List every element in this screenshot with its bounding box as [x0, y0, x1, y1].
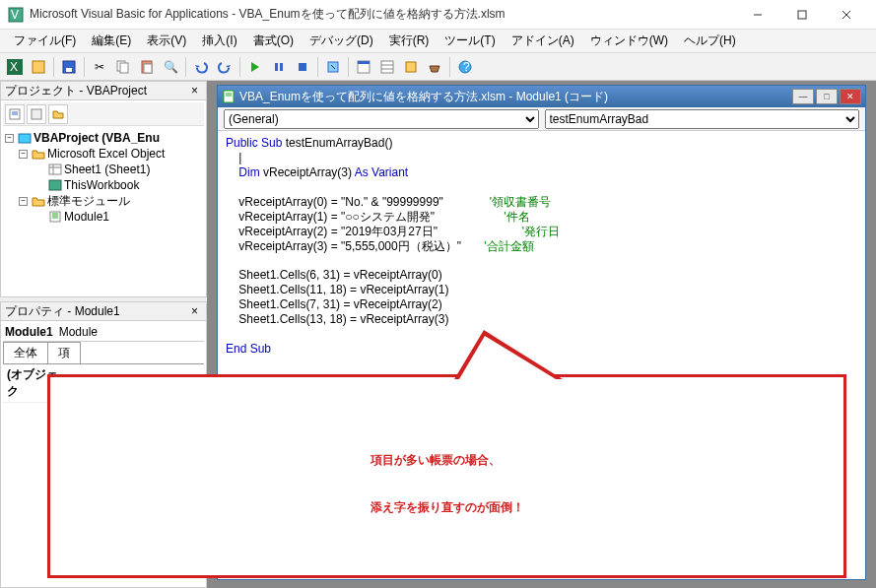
properties-icon[interactable] — [376, 56, 398, 78]
properties-object-type: Module — [59, 325, 98, 339]
module-icon — [222, 90, 236, 103]
cut-icon[interactable]: ✂ — [89, 56, 110, 78]
code-close-button[interactable]: ✕ — [840, 89, 861, 104]
minimize-button[interactable] — [735, 0, 779, 29]
app-icon: V — [8, 7, 24, 23]
project-tree[interactable]: −VBAProject (VBA_Enu −Microsoft Excel Ob… — [3, 126, 204, 229]
tree-excel-objects[interactable]: Microsoft Excel Object — [47, 147, 165, 161]
tree-thisworkbook[interactable]: ThisWorkbook — [64, 178, 139, 192]
svg-rect-12 — [120, 63, 128, 73]
copy-icon[interactable] — [112, 56, 134, 78]
find-icon[interactable]: 🔍 — [160, 56, 181, 78]
properties-panel-header: プロパティ - Module1 × — [0, 301, 207, 321]
project-toolbar — [3, 102, 204, 126]
procedure-dropdown[interactable]: testEnumArrayBad — [545, 109, 860, 129]
object-browser-icon[interactable] — [400, 56, 422, 78]
project-panel-title: プロジェクト - VBAProject — [5, 83, 147, 99]
svg-rect-32 — [49, 164, 61, 174]
run-icon[interactable] — [244, 56, 266, 78]
svg-rect-8 — [33, 61, 44, 73]
menu-edit[interactable]: 編集(E) — [84, 31, 139, 51]
properties-panel-close-icon[interactable]: × — [187, 304, 202, 318]
properties-object-name: Module1 — [5, 325, 53, 339]
svg-rect-21 — [381, 61, 393, 73]
menu-window[interactable]: ウィンドウ(W) — [582, 31, 676, 51]
project-panel-header: プロジェクト - VBAProject × — [0, 81, 207, 100]
tree-root[interactable]: VBAProject (VBA_Enu — [34, 131, 160, 145]
svg-rect-30 — [32, 109, 41, 119]
menu-debug[interactable]: デバッグ(D) — [302, 31, 381, 51]
annotation-text: 項目が多い帳票の場合、 添え字を振り直すのが面倒！ — [371, 429, 524, 523]
reset-icon[interactable] — [292, 56, 313, 78]
svg-text:V: V — [11, 8, 19, 22]
help-icon[interactable]: ? — [454, 56, 476, 78]
insert-module-icon[interactable] — [28, 56, 49, 78]
svg-text:?: ? — [463, 60, 470, 74]
design-mode-icon[interactable] — [322, 56, 344, 78]
code-maximize-button[interactable]: □ — [816, 89, 838, 104]
properties-panel-title: プロパティ - Module1 — [5, 303, 120, 320]
tree-module1[interactable]: Module1 — [64, 210, 109, 224]
break-icon[interactable] — [268, 56, 290, 78]
svg-rect-24 — [406, 62, 416, 72]
toggle-folders-icon[interactable] — [48, 104, 68, 124]
toolbox-icon[interactable] — [424, 56, 445, 78]
project-panel-close-icon[interactable]: × — [187, 84, 202, 98]
tree-std-modules[interactable]: 標準モジュール — [47, 193, 130, 210]
view-code-icon[interactable] — [5, 104, 25, 124]
menu-insert[interactable]: 挿入(I) — [194, 31, 244, 51]
code-minimize-button[interactable]: — — [792, 89, 814, 104]
code-window-titlebar[interactable]: VBA_Enumを使って配列に値を格納する方法.xlsm - Module1 (… — [218, 86, 865, 107]
menu-tools[interactable]: ツール(T) — [437, 31, 503, 51]
svg-rect-14 — [144, 64, 152, 73]
project-explorer-icon[interactable] — [353, 56, 374, 78]
menu-bar: ファイル(F) 編集(E) 表示(V) 挿入(I) 書式(O) デバッグ(D) … — [0, 30, 876, 53]
close-button[interactable] — [824, 0, 868, 29]
window-titlebar: V Microsoft Visual Basic for Application… — [0, 0, 876, 30]
object-dropdown[interactable]: (General) — [224, 109, 539, 129]
undo-icon[interactable] — [190, 56, 212, 78]
svg-rect-20 — [358, 61, 370, 64]
svg-rect-3 — [798, 11, 806, 19]
menu-file[interactable]: ファイル(F) — [6, 31, 84, 51]
code-window-title: VBA_Enumを使って配列に値を格納する方法.xlsm - Module1 (… — [239, 89, 608, 105]
menu-run[interactable]: 実行(R) — [381, 31, 438, 51]
svg-rect-35 — [49, 180, 61, 190]
view-object-icon[interactable] — [27, 104, 46, 124]
save-icon[interactable] — [58, 56, 80, 78]
properties-tab-all[interactable]: 全体 — [3, 342, 48, 363]
svg-rect-31 — [19, 134, 31, 143]
svg-rect-10 — [66, 68, 72, 72]
menu-help[interactable]: ヘルプ(H) — [676, 31, 744, 51]
svg-text:X: X — [10, 60, 18, 74]
paste-icon[interactable] — [136, 56, 158, 78]
excel-icon[interactable]: X — [4, 56, 26, 78]
menu-view[interactable]: 表示(V) — [139, 31, 194, 51]
svg-rect-17 — [299, 63, 306, 71]
window-title: Microsoft Visual Basic for Applications … — [30, 6, 735, 23]
svg-rect-40 — [224, 91, 234, 102]
properties-tab-categorized[interactable]: 項 — [47, 342, 81, 363]
svg-rect-16 — [280, 63, 283, 71]
svg-rect-15 — [275, 63, 278, 71]
annotation-callout: 項目が多い帳票の場合、 添え字を振り直すのが面倒！ — [47, 374, 846, 578]
maximize-button[interactable] — [779, 0, 824, 29]
redo-icon[interactable] — [214, 56, 236, 78]
menu-format[interactable]: 書式(O) — [245, 31, 302, 51]
main-toolbar: X ✂ 🔍 ? — [0, 53, 876, 81]
menu-addins[interactable]: アドイン(A) — [504, 31, 582, 51]
tree-sheet1[interactable]: Sheet1 (Sheet1) — [64, 163, 150, 176]
